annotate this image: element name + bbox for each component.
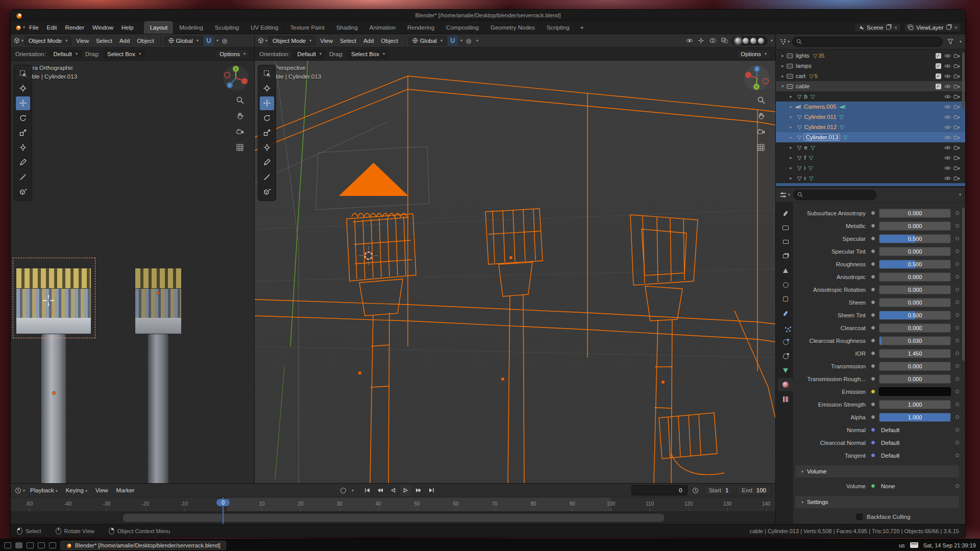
menu-edit[interactable]: Edit <box>43 23 61 32</box>
outliner-editor-icon[interactable]: ▾ <box>779 37 790 47</box>
overlays-toggle-icon[interactable] <box>708 36 718 46</box>
perspective-view-canvas[interactable]: User Perspective (0) cable | Cylinder.01… <box>255 61 775 483</box>
outliner-row-r[interactable]: ▸▽r▽ <box>776 173 965 183</box>
camera-icon[interactable] <box>953 104 960 110</box>
keyframe-dot[interactable] <box>955 339 959 342</box>
expand-toggle-icon[interactable]: ▸ <box>787 124 795 130</box>
expand-toggle-icon[interactable]: ▸ <box>787 165 795 170</box>
menu-select[interactable]: Select <box>92 37 116 45</box>
scene-selector[interactable]: Scene × <box>854 23 901 32</box>
menu-render[interactable]: Render <box>61 23 88 32</box>
keyframe-dot[interactable] <box>955 390 959 393</box>
orange-triangle[interactable] <box>339 163 408 196</box>
expand-toggle-icon[interactable]: ▸ <box>787 114 795 119</box>
outliner-row-camera-005[interactable]: ▸Camera.005 <box>776 102 965 112</box>
eye-icon[interactable] <box>944 53 951 59</box>
camera-icon[interactable] <box>953 73 960 79</box>
move-tool[interactable] <box>16 96 30 110</box>
menu-window[interactable]: Window <box>88 23 117 32</box>
axis-gizmo[interactable]: Z Y <box>744 65 770 93</box>
shading-rendered-icon[interactable] <box>758 38 764 44</box>
editor-type-icon[interactable]: ▾ <box>13 36 23 46</box>
keyframe-dot[interactable] <box>955 441 959 444</box>
editor-type-icon[interactable]: ▾ <box>257 36 267 46</box>
settings-section-header[interactable]: ▾Settings <box>795 496 959 508</box>
measure-tool[interactable] <box>16 170 30 184</box>
outliner-row-cylinder-013[interactable]: ▸▽Cylinder.013▽ <box>776 132 965 142</box>
properties-tab-texture[interactable] <box>778 392 793 406</box>
workspace-2-icon[interactable] <box>27 542 34 548</box>
workspace-tab-geometry-nodes[interactable]: Geometry Nodes <box>484 21 541 34</box>
menu-view[interactable]: View <box>316 37 336 45</box>
current-frame-field[interactable]: 0 <box>631 485 688 495</box>
workspace-tab-texture-paint[interactable]: Texture Paint <box>284 21 330 34</box>
keyframe-dot[interactable] <box>955 249 959 253</box>
shading-material-icon[interactable] <box>750 38 756 44</box>
camera-icon[interactable] <box>953 145 960 151</box>
value-slider[interactable]: 0.030 <box>879 336 951 345</box>
taskbar-window-button[interactable]: Blender* [/home/amalie/Desktop/blender/s… <box>60 541 226 550</box>
outliner-row-e[interactable]: ▸▽e▽ <box>776 142 965 153</box>
keyframe-dot[interactable] <box>955 211 959 215</box>
outliner-scrollbar[interactable] <box>962 53 965 109</box>
pan-hand-icon[interactable] <box>234 110 246 121</box>
timeline-ruler[interactable]: 0 -50-40-30-20-1001020304050607080901001… <box>11 497 775 512</box>
keyframe-dot[interactable] <box>955 224 959 228</box>
keyframe-dot[interactable] <box>955 275 959 279</box>
titlebar[interactable]: Blender* [/home/amalie/Desktop/blender/s… <box>11 10 965 21</box>
viewlayer-selector[interactable]: ViewLayer × <box>904 23 961 32</box>
playhead[interactable]: 0 <box>216 499 230 506</box>
pan-hand-icon[interactable] <box>755 110 767 121</box>
shading-solid-icon[interactable] <box>743 38 749 44</box>
keyframe-dot[interactable] <box>955 377 959 381</box>
properties-tab-object[interactable] <box>778 292 793 306</box>
keyframe-dot[interactable] <box>955 484 959 488</box>
camera-view-icon[interactable] <box>755 126 767 137</box>
value-slider[interactable]: 0.000 <box>879 298 951 307</box>
value-slider[interactable]: 0.000 <box>879 374 951 384</box>
outliner-row-f[interactable]: ▸▽f▽ <box>776 153 965 163</box>
eye-icon[interactable] <box>944 94 951 99</box>
start-frame-field[interactable]: Start1 <box>704 485 734 495</box>
eye-icon[interactable] <box>944 124 951 130</box>
outliner-row-lights[interactable]: ▸lights▽35✓ <box>776 51 965 61</box>
camera-icon[interactable] <box>953 84 960 89</box>
proportional-editing-icon[interactable]: ◎ <box>463 36 474 46</box>
wireframe-scene[interactable] <box>255 61 775 483</box>
properties-tab-data[interactable] <box>778 364 793 377</box>
keyframe-dot[interactable] <box>955 262 959 266</box>
properties-tab-material[interactable] <box>778 378 793 391</box>
eye-icon[interactable] <box>944 114 951 120</box>
outliner-row-cylinder-012[interactable]: ▸▽Cylinder.012▽ <box>776 122 965 132</box>
3d-cursor-tool[interactable] <box>16 82 30 95</box>
add-workspace-button[interactable]: + <box>575 21 589 34</box>
camera-icon[interactable] <box>953 155 960 161</box>
transform-orientation-dropdown[interactable]: Global▾ <box>408 36 447 45</box>
value-slider[interactable]: 0.000 <box>879 362 951 371</box>
outliner-row-cart[interactable]: ▸cart▽5✓ <box>776 71 965 81</box>
mode-dropdown[interactable]: Object Mode▾ <box>268 36 315 45</box>
camera-icon[interactable] <box>953 53 960 59</box>
camera-icon[interactable] <box>953 114 960 120</box>
properties-tab-particles[interactable] <box>778 321 793 334</box>
outliner-row-b[interactable]: ▸▽b▽ <box>776 91 965 102</box>
properties-tab-render[interactable] <box>778 221 793 234</box>
menu-help[interactable]: Help <box>117 23 138 32</box>
outliner-row-i[interactable]: ▸▽i▽ <box>776 163 965 173</box>
outliner-row-cylinder-011[interactable]: ▸▽Cylinder.011▽ <box>776 112 965 122</box>
properties-tab-scene[interactable] <box>778 264 793 277</box>
scale-tool[interactable] <box>260 126 274 140</box>
file-manager-icon[interactable] <box>38 542 45 548</box>
timeline-menu-marker[interactable]: Marker <box>112 486 139 494</box>
keyframe-dot[interactable] <box>955 352 959 355</box>
new-scene-icon[interactable] <box>886 25 891 30</box>
play-reverse-button[interactable] <box>387 485 399 495</box>
blender-menu-icon[interactable]: ▾ <box>15 22 25 33</box>
visibility-eye-icon[interactable] <box>684 36 695 46</box>
eye-icon[interactable] <box>944 135 951 140</box>
prev-keyframe-button[interactable] <box>375 485 386 495</box>
eye-icon[interactable] <box>944 165 951 171</box>
workspace-tab-compositing[interactable]: Compositing <box>440 21 484 34</box>
expand-toggle-icon[interactable]: ▸ <box>787 94 795 99</box>
camera-icon[interactable] <box>953 94 960 99</box>
